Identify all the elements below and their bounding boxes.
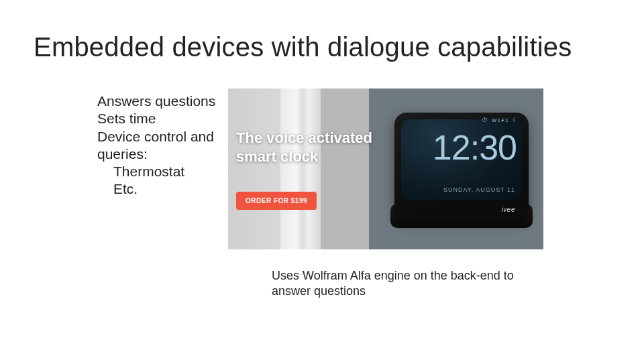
device-status-icons: ⏱ ᴡɪғɪ ☾ [482,117,519,123]
bullet-list: Answers questions Sets time Device contr… [97,93,215,198]
device-date: SUNDAY, AUGUST 11 [443,186,515,193]
bullet-item: Etc. [97,180,215,198]
bullet-item: Sets time [97,110,215,127]
slide: Embedded devices with dialogue capabilit… [0,0,644,362]
bullet-item: Device control and [97,128,215,145]
device-time: 12:30 [433,127,517,168]
order-button[interactable]: ORDER FOR $199 [236,192,317,210]
bullet-item: queries: [97,145,215,163]
promo-headline: The voice activated smart clock [236,129,384,166]
slide-title: Embedded devices with dialogue capabilit… [34,32,572,62]
promo-curtain [280,88,321,249]
caption-text: Uses Wolfram Alfa engine on the back-end… [272,268,540,298]
device-brand: ivee [502,206,515,213]
product-image: ⏱ ᴡɪғɪ ☾ 12:30 SUNDAY, AUGUST 11 ivee Th… [228,88,543,249]
smart-clock-device: ⏱ ᴡɪғɪ ☾ 12:30 SUNDAY, AUGUST 11 ivee [394,113,529,220]
bullet-item: Thermostat [97,163,215,180]
bullet-item: Answers questions [97,93,215,110]
